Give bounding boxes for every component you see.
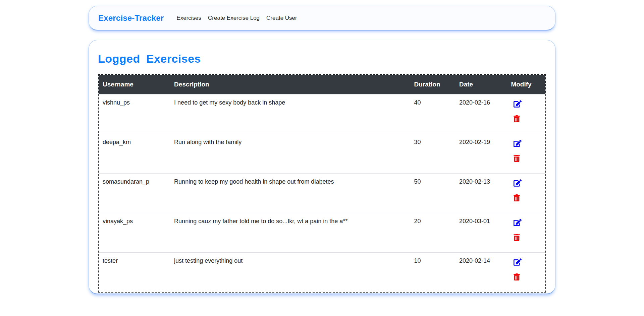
table-row: vishnu_ps I need to get my sexy body bac… [99,94,545,134]
nav-link-exercises[interactable]: Exercises [173,13,205,23]
header-duration: Duration [410,75,455,94]
cell-username: somasundaran_p [99,174,170,213]
header-date: Date [455,75,507,94]
table-row: vinayak_ps Running cauz my father told m… [99,213,545,253]
cell-duration: 10 [410,253,455,292]
delete-button[interactable] [512,115,522,123]
cell-duration: 30 [410,134,455,174]
cell-date: 2020-02-16 [455,94,507,134]
cell-date: 2020-02-13 [455,174,507,213]
navbar: Exercise-Tracker Exercises Create Exerci… [89,6,555,30]
cell-modify [507,253,545,292]
cell-date: 2020-02-19 [455,134,507,174]
cell-duration: 50 [410,174,455,213]
edit-icon [514,258,522,266]
cell-username: tester [99,253,170,292]
header-description: Description [170,75,410,94]
edit-button[interactable] [512,99,524,109]
nav-link-create-user[interactable]: Create User [263,13,301,23]
trash-icon [514,234,520,241]
cell-description: Running to keep my good health in shape … [170,174,410,213]
logged-exercises-card: Logged Exercises Username Description Du… [89,40,555,294]
delete-button[interactable] [512,233,522,242]
cell-description: Running cauz my father told me to do so.… [170,213,410,253]
cell-description: Run along with the family [170,134,410,174]
cell-description: I need to get my sexy body back in shape [170,94,410,134]
cell-date: 2020-03-01 [455,213,507,253]
exercise-table-body: vishnu_ps I need to get my sexy body bac… [99,94,545,292]
cell-duration: 20 [410,213,455,253]
table-row: somasundaran_p Running to keep my good h… [99,174,545,213]
header-username: Username [99,75,170,94]
trash-icon [514,155,520,162]
edit-icon [514,100,522,108]
cell-modify [507,213,545,253]
table-header: Username Description Duration Date Modif… [99,75,545,94]
cell-date: 2020-02-14 [455,253,507,292]
table-row: tester just testing everything out 10 20… [99,253,545,292]
edit-icon [514,179,522,187]
edit-icon [514,218,522,227]
trash-icon [514,194,520,201]
cell-username: deepa_km [99,134,170,174]
edit-button[interactable] [512,218,524,227]
exercise-table: Username Description Duration Date Modif… [99,75,545,292]
cell-modify [507,134,545,174]
delete-button[interactable] [512,194,522,202]
cell-modify [507,174,545,213]
trash-icon [514,115,520,122]
cell-duration: 40 [410,94,455,134]
edit-icon [514,139,522,147]
edit-button[interactable] [512,139,524,148]
delete-button[interactable] [512,154,522,163]
cell-username: vinayak_ps [99,213,170,253]
nav-link-create-exercise-log[interactable]: Create Exercise Log [205,13,263,23]
edit-button[interactable] [512,257,524,267]
page-title: Logged Exercises [98,52,546,65]
brand-link[interactable]: Exercise-Tracker [98,13,164,23]
cell-modify [507,94,545,134]
cell-description: just testing everything out [170,253,410,292]
edit-button[interactable] [512,178,524,188]
cell-username: vishnu_ps [99,94,170,134]
exercise-table-wrapper: Username Description Duration Date Modif… [98,74,546,293]
header-modify: Modify [507,75,545,94]
table-row: deepa_km Run along with the family 30 20… [99,134,545,174]
page-container: Exercise-Tracker Exercises Create Exerci… [89,6,555,294]
trash-icon [514,273,520,280]
delete-button[interactable] [512,273,522,281]
